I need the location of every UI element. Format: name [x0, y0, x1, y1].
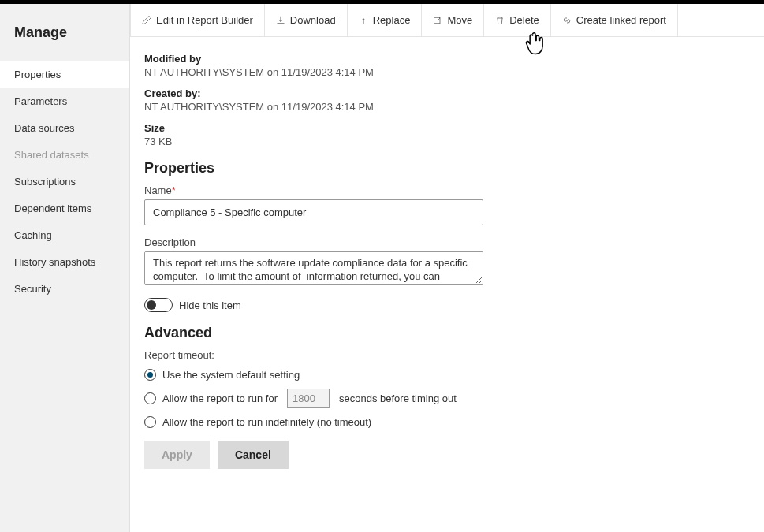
toolbar-linked-label: Create linked report: [576, 14, 666, 26]
trash-icon: [495, 16, 505, 25]
toolbar-replace-label: Replace: [373, 14, 411, 26]
created-by-label: Created by:: [144, 87, 750, 99]
toolbar-download-label: Download: [290, 14, 336, 26]
advanced-heading: Advanced: [144, 325, 750, 341]
toolbar: Edit in Report Builder Download Replace …: [130, 4, 764, 37]
timeout-opt3-radio[interactable]: [144, 416, 156, 428]
toggle-knob: [147, 300, 156, 310]
modified-by-label: Modified by: [144, 53, 750, 65]
sidebar-item-properties[interactable]: Properties: [0, 61, 129, 88]
toolbar-replace-button[interactable]: Replace: [348, 4, 423, 36]
timeout-label: Report timeout:: [144, 349, 750, 361]
sidebar: Manage Properties Parameters Data source…: [0, 4, 130, 532]
timeout-opt2-row: Allow the report to run for seconds befo…: [144, 389, 750, 408]
sidebar-item-dependent-items[interactable]: Dependent items: [0, 195, 129, 222]
properties-heading: Properties: [144, 160, 750, 177]
pencil-icon: [142, 16, 151, 25]
download-icon: [276, 16, 285, 25]
sidebar-item-caching[interactable]: Caching: [0, 222, 129, 249]
sidebar-item-subscriptions[interactable]: Subscriptions: [0, 169, 129, 195]
move-icon: [433, 16, 442, 25]
created-by-block: Created by: NT AUTHORITY\SYSTEM on 11/19…: [144, 87, 750, 113]
name-input[interactable]: [144, 199, 483, 225]
description-field-group: Description: [144, 236, 750, 287]
required-mark: *: [172, 184, 176, 196]
modified-by-value: NT AUTHORITY\SYSTEM on 11/19/2023 4:14 P…: [144, 66, 750, 78]
toolbar-delete-button[interactable]: Delete: [484, 4, 551, 36]
size-label: Size: [144, 122, 750, 134]
toolbar-delete-label: Delete: [509, 14, 539, 26]
timeout-opt2-radio[interactable]: [144, 392, 156, 404]
modified-by-block: Modified by NT AUTHORITY\SYSTEM on 11/19…: [144, 53, 750, 78]
timeout-opt2-pre: Allow the report to run for: [162, 392, 278, 404]
hide-label: Hide this item: [179, 299, 241, 311]
timeout-seconds-input[interactable]: [287, 389, 330, 408]
name-label-text: Name: [144, 184, 172, 196]
hide-item-row: Hide this item: [144, 298, 750, 312]
toolbar-move-label: Move: [447, 14, 472, 26]
sidebar-item-history-snapshots[interactable]: History snapshots: [0, 249, 129, 276]
svg-rect-0: [434, 17, 441, 24]
toolbar-edit-button[interactable]: Edit in Report Builder: [130, 4, 265, 36]
toolbar-edit-label: Edit in Report Builder: [156, 14, 253, 26]
apply-button[interactable]: Apply: [144, 441, 210, 469]
button-row: Apply Cancel: [144, 441, 750, 469]
content-area: Modified by NT AUTHORITY\SYSTEM on 11/19…: [130, 37, 764, 532]
name-label: Name*: [144, 184, 750, 196]
size-value: 73 KB: [144, 136, 750, 147]
timeout-opt1-row: Use the system default setting: [144, 369, 750, 381]
sidebar-title: Manage: [0, 18, 129, 61]
name-field-group: Name*: [144, 184, 750, 225]
sidebar-item-shared-datasets[interactable]: Shared datasets: [0, 142, 129, 169]
created-by-value: NT AUTHORITY\SYSTEM on 11/19/2023 4:14 P…: [144, 101, 750, 113]
replace-icon: [359, 16, 368, 25]
timeout-opt2-post: seconds before timing out: [339, 392, 457, 404]
timeout-opt1-radio[interactable]: [144, 369, 156, 381]
size-block: Size 73 KB: [144, 122, 750, 147]
description-label: Description: [144, 236, 750, 248]
toolbar-download-button[interactable]: Download: [265, 4, 348, 36]
sidebar-item-security[interactable]: Security: [0, 276, 129, 303]
toolbar-move-button[interactable]: Move: [422, 4, 484, 36]
hide-toggle[interactable]: [144, 298, 173, 312]
cancel-button[interactable]: Cancel: [218, 441, 289, 469]
sidebar-item-data-sources[interactable]: Data sources: [0, 115, 129, 142]
timeout-opt1-label: Use the system default setting: [162, 369, 300, 381]
description-textarea[interactable]: [144, 251, 483, 285]
main-panel: Edit in Report Builder Download Replace …: [130, 4, 764, 532]
timeout-opt3-label: Allow the report to run indefinitely (no…: [162, 416, 371, 428]
link-icon: [562, 16, 572, 25]
toolbar-linked-button[interactable]: Create linked report: [551, 4, 678, 36]
sidebar-item-parameters[interactable]: Parameters: [0, 88, 129, 115]
timeout-opt3-row: Allow the report to run indefinitely (no…: [144, 416, 750, 428]
main-container: Manage Properties Parameters Data source…: [0, 4, 764, 532]
